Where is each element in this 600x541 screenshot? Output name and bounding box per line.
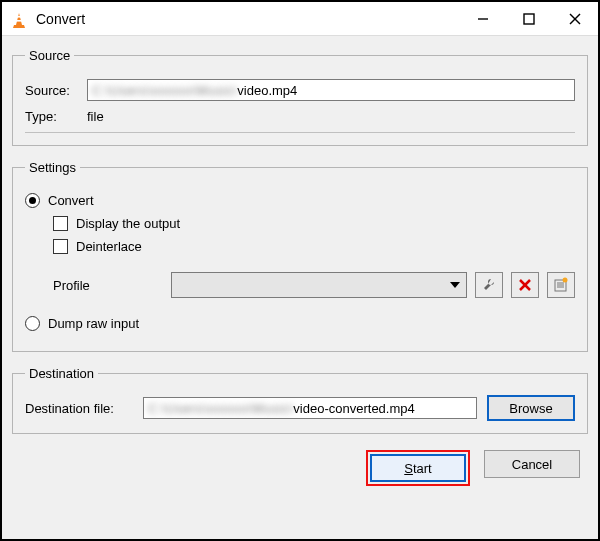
svg-marker-3 — [13, 25, 25, 28]
close-button[interactable] — [552, 2, 598, 36]
dialog-content: Source Source: C:\Users\xxxxxx\Music\vid… — [2, 36, 598, 539]
start-button-highlight: Start — [366, 450, 470, 486]
browse-button-label: Browse — [509, 401, 552, 416]
maximize-button[interactable] — [506, 2, 552, 36]
source-path-hidden: C:\Users\xxxxxx\Music\ — [92, 83, 237, 98]
dialog-button-row: Start Cancel — [12, 450, 588, 486]
new-profile-icon — [553, 277, 569, 293]
dump-radio-label: Dump raw input — [48, 316, 139, 331]
profile-label: Profile — [53, 278, 163, 293]
destination-path-visible: video-converted.mp4 — [293, 401, 414, 416]
source-legend: Source — [25, 48, 74, 63]
cancel-button-label: Cancel — [512, 457, 552, 472]
cancel-button[interactable]: Cancel — [484, 450, 580, 478]
destination-label: Destination file: — [25, 401, 133, 416]
display-output-checkbox[interactable] — [53, 216, 68, 231]
source-path-input[interactable]: C:\Users\xxxxxx\Music\video.mp4 — [87, 79, 575, 101]
destination-path-hidden: C:\Users\xxxxxx\Music\ — [148, 401, 293, 416]
dump-radio[interactable] — [25, 316, 40, 331]
display-output-row[interactable]: Display the output — [53, 216, 575, 231]
new-profile-button[interactable] — [547, 272, 575, 298]
delete-profile-button[interactable] — [511, 272, 539, 298]
svg-rect-2 — [16, 20, 22, 22]
chevron-down-icon — [450, 282, 460, 288]
destination-group: Destination Destination file: C:\Users\x… — [12, 366, 588, 434]
source-divider — [25, 132, 575, 133]
delete-icon — [518, 278, 532, 292]
settings-group: Settings Convert Display the output Dein… — [12, 160, 588, 352]
type-label: Type: — [25, 109, 87, 124]
svg-rect-5 — [524, 14, 534, 24]
edit-profile-button[interactable] — [475, 272, 503, 298]
destination-legend: Destination — [25, 366, 98, 381]
deinterlace-label: Deinterlace — [76, 239, 142, 254]
convert-radio-label: Convert — [48, 193, 94, 208]
source-path-visible: video.mp4 — [237, 83, 297, 98]
titlebar: Convert — [2, 2, 598, 36]
window-title: Convert — [36, 11, 85, 27]
profile-row: Profile — [53, 272, 575, 298]
start-button-rest: tart — [413, 461, 432, 476]
vlc-cone-icon — [10, 10, 28, 28]
deinterlace-checkbox[interactable] — [53, 239, 68, 254]
type-value: file — [87, 109, 104, 124]
dump-radio-row[interactable]: Dump raw input — [25, 316, 575, 331]
settings-legend: Settings — [25, 160, 80, 175]
start-button[interactable]: Start — [370, 454, 466, 482]
source-group: Source Source: C:\Users\xxxxxx\Music\vid… — [12, 48, 588, 146]
source-label: Source: — [25, 83, 87, 98]
convert-radio[interactable] — [25, 193, 40, 208]
svg-marker-0 — [16, 13, 22, 25]
display-output-label: Display the output — [76, 216, 180, 231]
minimize-button[interactable] — [460, 2, 506, 36]
convert-dialog: Convert Source Source: C:\Users\xxxxxx\M… — [0, 0, 600, 541]
browse-button[interactable]: Browse — [487, 395, 575, 421]
start-button-accel: S — [404, 461, 413, 476]
destination-path-input[interactable]: C:\Users\xxxxxx\Music\video-converted.mp… — [143, 397, 477, 419]
profile-combobox[interactable] — [171, 272, 467, 298]
svg-rect-1 — [17, 16, 22, 18]
convert-radio-row[interactable]: Convert — [25, 193, 575, 208]
deinterlace-row[interactable]: Deinterlace — [53, 239, 575, 254]
svg-point-14 — [563, 278, 568, 283]
wrench-icon — [481, 277, 497, 293]
